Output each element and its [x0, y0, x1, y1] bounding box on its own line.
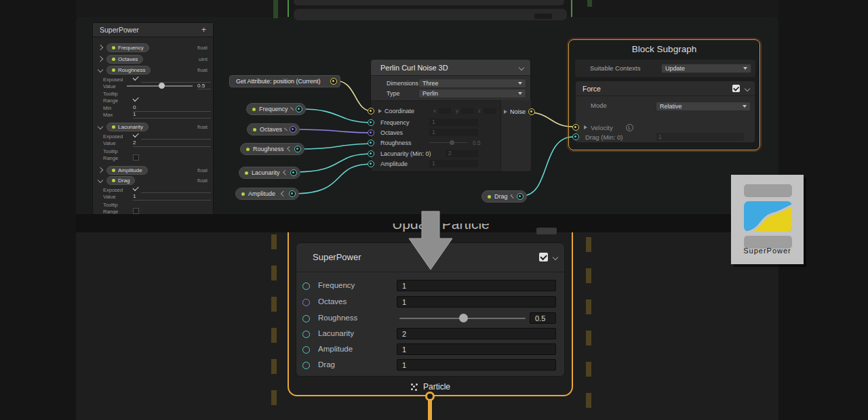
- collapse-icon[interactable]: [282, 170, 288, 175]
- input-field[interactable]: 1: [429, 160, 478, 167]
- param-node-drag[interactable]: Drag: [481, 190, 527, 203]
- output-port[interactable]: [528, 108, 535, 115]
- output-port[interactable]: [330, 78, 337, 85]
- input-port[interactable]: [302, 282, 310, 290]
- expand-triangle-icon[interactable]: [504, 110, 507, 114]
- blackboard-item-lacunarity[interactable]: Lacunarity float: [98, 122, 208, 131]
- input-port[interactable]: [302, 299, 310, 306]
- blackboard-item-octaves[interactable]: Octaves uint: [98, 54, 208, 64]
- value-field[interactable]: 1: [397, 359, 556, 371]
- collapse-icon[interactable]: [510, 194, 515, 199]
- checkbox-checked-icon[interactable]: [133, 185, 139, 191]
- input-field[interactable]: 1: [429, 129, 478, 136]
- expand-chevron-icon[interactable]: [98, 167, 103, 173]
- type-dropdown[interactable]: Perlin: [418, 89, 526, 98]
- param-node-frequency[interactable]: Frequency: [246, 103, 306, 115]
- setting-label: Type: [387, 90, 400, 97]
- expand-chevron-icon[interactable]: [98, 56, 103, 62]
- chevron-down-icon[interactable]: [519, 64, 524, 70]
- input-port[interactable]: [368, 161, 374, 167]
- input-field[interactable]: 2: [446, 150, 478, 157]
- suitable-contexts-dropdown[interactable]: Update: [661, 64, 751, 73]
- blackboard-item-roughness[interactable]: Roughness float: [98, 65, 208, 75]
- collapse-icon[interactable]: [284, 128, 288, 131]
- param-node-octaves[interactable]: Octaves: [247, 123, 300, 135]
- input-port[interactable]: [368, 108, 374, 114]
- enabled-checkbox[interactable]: [539, 253, 548, 261]
- input-port[interactable]: [368, 119, 374, 126]
- checkbox-checked-icon[interactable]: [133, 75, 139, 81]
- input-port[interactable]: [572, 124, 579, 131]
- input-port[interactable]: [368, 150, 374, 157]
- value-field[interactable]: 2: [133, 140, 211, 147]
- output-port[interactable]: [290, 169, 297, 176]
- mini-slider-handle[interactable]: [450, 140, 454, 145]
- chevron-down-icon[interactable]: [745, 85, 750, 91]
- value-field[interactable]: 1: [397, 296, 556, 308]
- blackboard-item-frequency[interactable]: Frequency float: [98, 43, 208, 52]
- axis-y-field[interactable]: [461, 108, 473, 114]
- dimensions-dropdown[interactable]: Three: [418, 79, 526, 88]
- blackboard-panel[interactable]: SuperPower + Frequency float Octaves uin…: [92, 22, 214, 222]
- mode-dropdown[interactable]: Relative: [656, 102, 751, 111]
- expand-chevron-icon[interactable]: [98, 45, 103, 50]
- checkbox-checked-icon[interactable]: [133, 96, 139, 102]
- collapse-chevron-icon[interactable]: [98, 177, 103, 183]
- blackboard-item-amplitude[interactable]: Amplitude float: [98, 165, 208, 175]
- node-header[interactable]: Perlin Curl Noise 3D: [371, 60, 530, 76]
- expand-triangle-icon[interactable]: [584, 125, 587, 129]
- collapse-icon[interactable]: [281, 191, 286, 196]
- input-port[interactable]: [302, 331, 310, 338]
- get-attribute-node[interactable]: Get Attribute: position (Current): [229, 75, 340, 87]
- drag-field[interactable]: 1: [656, 133, 744, 141]
- value-field[interactable]: 1: [397, 343, 556, 355]
- input-port[interactable]: [368, 140, 374, 146]
- force-block[interactable]: Force Mode Relative Velocity L Drag (Min…: [575, 81, 755, 143]
- add-property-button[interactable]: +: [201, 25, 206, 35]
- superpower-asset-tile[interactable]: SuperPower: [731, 175, 804, 264]
- mini-slider-track[interactable]: [429, 142, 467, 143]
- force-block-header[interactable]: Force: [576, 81, 755, 96]
- collapse-chevron-icon[interactable]: [98, 67, 103, 72]
- axis-x-field[interactable]: [439, 108, 451, 114]
- output-port[interactable]: [290, 126, 296, 133]
- expand-triangle-icon[interactable]: [378, 109, 382, 113]
- collapse-icon[interactable]: [286, 146, 292, 152]
- input-port[interactable]: [368, 129, 374, 136]
- collapse-icon[interactable]: [290, 107, 294, 110]
- output-port[interactable]: [296, 106, 302, 112]
- enabled-checkbox[interactable]: [732, 85, 740, 92]
- mini-slider-handle[interactable]: [159, 83, 165, 89]
- param-node-lacunarity[interactable]: Lacunarity: [239, 167, 300, 179]
- max-field[interactable]: 1: [133, 111, 211, 119]
- slider-handle[interactable]: [459, 314, 468, 322]
- param-node-roughness[interactable]: Roughness: [240, 143, 304, 155]
- perlin-curl-noise-node[interactable]: Perlin Curl Noise 3D Dimensions Three Ty…: [371, 60, 530, 171]
- checkbox-unchecked[interactable]: [133, 208, 139, 214]
- input-port[interactable]: [302, 362, 310, 369]
- value-field[interactable]: 0.5: [197, 83, 211, 89]
- block-subgraph-frame[interactable]: Block Subgraph Suitable Contexts Update …: [568, 39, 760, 150]
- input-field[interactable]: 1: [429, 119, 478, 126]
- axis-z-field[interactable]: [484, 108, 496, 114]
- input-port[interactable]: [572, 133, 579, 140]
- output-port[interactable]: [289, 190, 296, 197]
- chevron-down-icon[interactable]: [553, 255, 558, 260]
- value-field[interactable]: 0.5: [530, 312, 556, 324]
- output-port[interactable]: [294, 146, 301, 152]
- param-node-amplitude[interactable]: Amplitude: [235, 188, 299, 200]
- input-port[interactable]: [302, 315, 310, 322]
- value-field[interactable]: 1: [397, 280, 556, 291]
- context-output-port[interactable]: [425, 392, 435, 401]
- value-field[interactable]: 2: [397, 328, 556, 339]
- field-label: Tooltip: [103, 148, 118, 154]
- checkbox-unchecked[interactable]: [133, 154, 139, 161]
- local-space-badge[interactable]: L: [626, 124, 633, 131]
- input-field[interactable]: 0.5: [473, 140, 481, 146]
- blackboard-item-drag[interactable]: Drag float: [98, 175, 208, 185]
- value-field[interactable]: 1: [133, 193, 211, 201]
- checkbox-checked-icon[interactable]: [133, 131, 139, 138]
- input-port[interactable]: [302, 346, 310, 354]
- collapse-chevron-icon[interactable]: [98, 124, 103, 129]
- output-port[interactable]: [517, 193, 524, 200]
